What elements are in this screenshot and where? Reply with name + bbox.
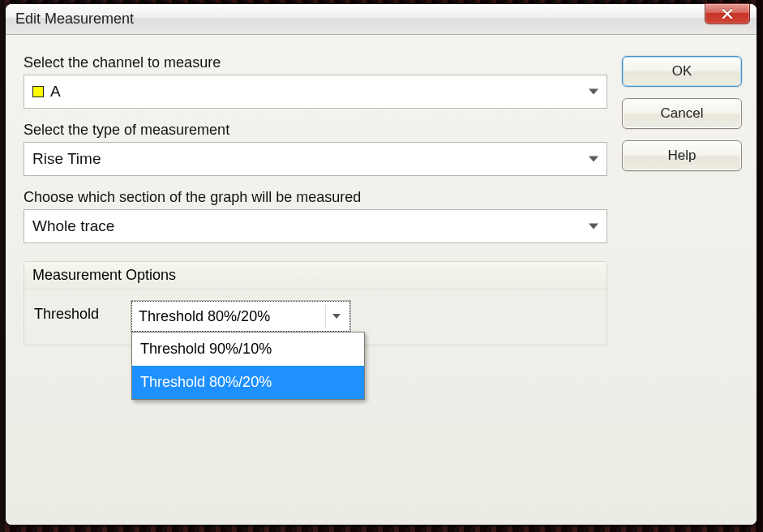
section-combo[interactable]: Whole trace bbox=[24, 209, 607, 243]
type-combo-value: Rise Time bbox=[32, 150, 101, 168]
ok-button-label: OK bbox=[672, 63, 692, 79]
threshold-label: Threshold bbox=[34, 301, 99, 323]
channel-color-chip bbox=[32, 86, 44, 97]
dialog-window: Edit Measurement Select the channel to m… bbox=[5, 3, 757, 526]
form-column: Select the channel to measure A Select t… bbox=[24, 51, 607, 510]
titlebar[interactable]: Edit Measurement bbox=[6, 4, 757, 35]
threshold-combo-button[interactable] bbox=[325, 305, 346, 328]
channel-combo-value: A bbox=[50, 83, 61, 101]
channel-combo[interactable]: A bbox=[24, 75, 607, 109]
window-title: Edit Measurement bbox=[15, 11, 134, 28]
threshold-combo-value: Threshold 80%/20% bbox=[139, 308, 270, 325]
ok-button[interactable]: OK bbox=[622, 56, 742, 87]
help-button[interactable]: Help bbox=[622, 140, 742, 171]
chevron-down-icon bbox=[589, 89, 598, 95]
chevron-down-icon bbox=[332, 314, 341, 319]
threshold-option[interactable]: Threshold 90%/10% bbox=[132, 332, 364, 366]
help-button-label: Help bbox=[668, 148, 697, 164]
client-area: Select the channel to measure A Select t… bbox=[6, 35, 757, 525]
channel-label: Select the channel to measure bbox=[24, 54, 607, 71]
close-button[interactable] bbox=[705, 3, 750, 24]
group-body: Threshold Threshold 80%/20% Threshold 90… bbox=[24, 290, 607, 345]
threshold-option[interactable]: Threshold 80%/20% bbox=[132, 366, 364, 399]
threshold-combo[interactable]: Threshold 80%/20% Threshold 90%/10% Thre… bbox=[131, 301, 350, 332]
section-combo-value: Whole trace bbox=[32, 217, 114, 235]
section-label: Choose which section of the graph will b… bbox=[24, 189, 607, 206]
cancel-button-label: Cancel bbox=[661, 105, 704, 122]
cancel-button[interactable]: Cancel bbox=[622, 98, 742, 129]
close-icon bbox=[722, 8, 733, 19]
chevron-down-icon bbox=[589, 224, 598, 230]
type-label: Select the type of measurement bbox=[24, 122, 607, 139]
group-title: Measurement Options bbox=[24, 262, 607, 290]
type-combo[interactable]: Rise Time bbox=[24, 142, 607, 176]
threshold-dropdown: Threshold 90%/10% Threshold 80%/20% bbox=[131, 332, 365, 400]
chevron-down-icon bbox=[589, 157, 598, 162]
measurement-options-group: Measurement Options Threshold Threshold … bbox=[24, 261, 607, 345]
button-column: OK Cancel Help bbox=[622, 51, 742, 510]
